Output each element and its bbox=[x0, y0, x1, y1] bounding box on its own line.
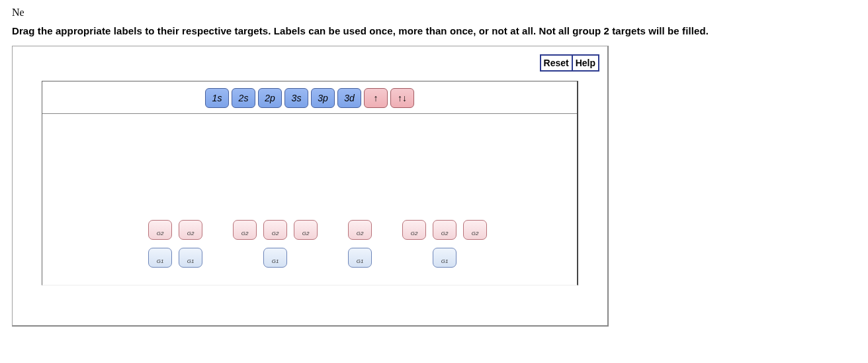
label-orbital-2s[interactable]: 2s bbox=[232, 88, 255, 108]
target-area: G2 G2 G2 G2 G2 G2 G2 G2 G2 bbox=[42, 220, 577, 268]
label-orbital-3d[interactable]: 3d bbox=[337, 88, 361, 108]
g2-group-1: G2 G2 bbox=[148, 220, 202, 240]
g2-target[interactable]: G2 bbox=[294, 220, 318, 240]
g1-target[interactable]: G1 bbox=[179, 248, 202, 268]
g2-target[interactable]: G2 bbox=[233, 220, 257, 240]
g2-group-3: G2 bbox=[348, 220, 372, 240]
label-orbital-2p[interactable]: 2p bbox=[258, 88, 282, 108]
g1-row: G1G1G1G1G1 bbox=[148, 248, 577, 268]
label-arrow-single[interactable]: ↑ bbox=[364, 88, 388, 108]
g2-target[interactable]: G2 bbox=[348, 220, 372, 240]
help-button[interactable]: Help bbox=[572, 56, 598, 70]
g2-target[interactable]: G2 bbox=[463, 220, 487, 240]
g1-target[interactable]: G1 bbox=[148, 248, 172, 268]
label-palette: 1s 2s 2p 3s 3p 3d ↑ ↑↓ bbox=[42, 88, 577, 114]
g2-group-4: G2 G2 G2 bbox=[402, 220, 487, 240]
label-orbital-1s[interactable]: 1s bbox=[205, 88, 229, 108]
instructions-text: Drag the appropriate labels to their res… bbox=[12, 25, 856, 36]
element-symbol: Ne bbox=[12, 7, 856, 19]
label-orbital-3s[interactable]: 3s bbox=[284, 88, 308, 108]
g1-target[interactable]: G1 bbox=[263, 248, 287, 268]
g1-target[interactable]: G1 bbox=[433, 248, 456, 268]
g2-target[interactable]: G2 bbox=[148, 220, 172, 240]
frame-controls: Reset Help bbox=[540, 54, 599, 72]
activity-frame: Reset Help 1s 2s 2p 3s 3p 3d ↑ ↑↓ G2 G2 … bbox=[12, 46, 609, 327]
label-arrow-pair[interactable]: ↑↓ bbox=[390, 88, 414, 108]
g2-target[interactable]: G2 bbox=[433, 220, 456, 240]
label-orbital-3p[interactable]: 3p bbox=[311, 88, 335, 108]
g2-row: G2 G2 G2 G2 G2 G2 G2 G2 G2 bbox=[148, 220, 577, 240]
g1-target[interactable]: G1 bbox=[348, 248, 372, 268]
g2-target[interactable]: G2 bbox=[263, 220, 287, 240]
g2-target[interactable]: G2 bbox=[402, 220, 426, 240]
g2-group-2: G2 G2 G2 bbox=[233, 220, 318, 240]
drag-canvas: 1s 2s 2p 3s 3p 3d ↑ ↑↓ G2 G2 G2 G2 G2 bbox=[42, 81, 578, 285]
reset-button[interactable]: Reset bbox=[541, 56, 572, 70]
g2-target[interactable]: G2 bbox=[179, 220, 202, 240]
